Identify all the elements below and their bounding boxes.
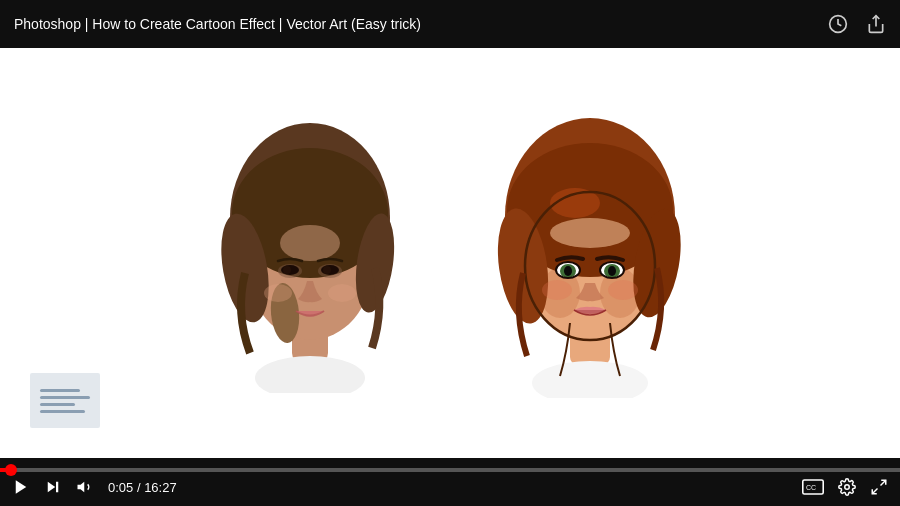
video-title: Photoshop | How to Create Cartoon Effect… bbox=[14, 16, 828, 32]
video-area[interactable] bbox=[0, 48, 900, 458]
captions-button[interactable]: CC bbox=[802, 478, 824, 496]
progress-fill bbox=[0, 468, 5, 472]
portrait-cartoon bbox=[480, 103, 700, 403]
controls-bar: 0:05 / 16:27 CC bbox=[0, 458, 900, 506]
wm-line2 bbox=[40, 396, 90, 399]
wm-line1 bbox=[40, 389, 80, 392]
share-icon[interactable] bbox=[866, 14, 886, 34]
svg-point-17 bbox=[264, 284, 292, 302]
svg-point-35 bbox=[608, 266, 616, 276]
progress-bar[interactable] bbox=[0, 468, 900, 472]
svg-point-39 bbox=[542, 280, 572, 300]
time-display: 0:05 / 16:27 bbox=[108, 480, 177, 495]
volume-button[interactable] bbox=[76, 478, 94, 496]
svg-marker-44 bbox=[78, 482, 85, 493]
svg-line-49 bbox=[872, 489, 877, 494]
settings-button[interactable] bbox=[838, 478, 856, 496]
svg-point-34 bbox=[564, 266, 572, 276]
svg-rect-43 bbox=[56, 482, 58, 493]
top-bar-icons bbox=[828, 14, 886, 34]
fullscreen-button[interactable] bbox=[870, 478, 888, 496]
play-button[interactable] bbox=[12, 478, 30, 496]
svg-point-40 bbox=[608, 280, 638, 300]
progress-dot[interactable] bbox=[5, 464, 17, 476]
top-bar: Photoshop | How to Create Cartoon Effect… bbox=[0, 0, 900, 48]
portrait-realistic bbox=[200, 103, 420, 403]
watermark-lines bbox=[40, 389, 90, 413]
svg-point-21 bbox=[532, 361, 648, 398]
portraits-container bbox=[0, 48, 900, 458]
svg-marker-42 bbox=[48, 482, 56, 493]
controls-row: 0:05 / 16:27 CC bbox=[0, 478, 900, 496]
svg-marker-41 bbox=[16, 480, 27, 494]
svg-point-10 bbox=[280, 225, 340, 261]
svg-point-18 bbox=[328, 284, 356, 302]
svg-point-15 bbox=[283, 266, 291, 274]
next-button[interactable] bbox=[44, 478, 62, 496]
watermark bbox=[30, 373, 100, 428]
svg-point-47 bbox=[845, 485, 850, 490]
wm-line4 bbox=[40, 410, 85, 413]
right-controls: CC bbox=[802, 478, 888, 496]
svg-line-48 bbox=[881, 480, 886, 485]
svg-text:CC: CC bbox=[806, 484, 816, 491]
svg-point-16 bbox=[323, 266, 331, 274]
svg-point-29 bbox=[550, 218, 630, 248]
wm-line3 bbox=[40, 403, 75, 406]
svg-point-4 bbox=[255, 356, 365, 393]
clock-icon[interactable] bbox=[828, 14, 848, 34]
